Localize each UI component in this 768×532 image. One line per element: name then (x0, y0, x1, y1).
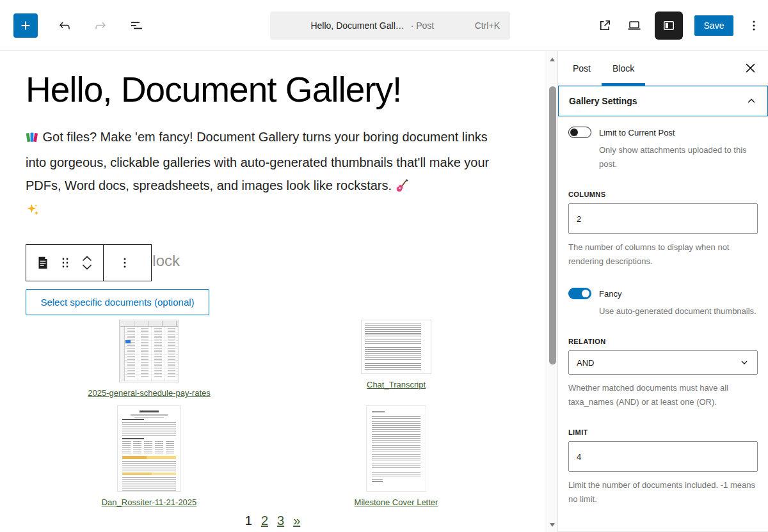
document-gallery-block: Document Gallery block (26, 244, 547, 281)
plus-icon (19, 19, 33, 33)
control-help-text: Use auto-generated document thumbnails. (599, 304, 758, 318)
fancy-toggle[interactable] (568, 288, 591, 299)
wordpress-editor: Hello, Document Gall… · Post Ctrl+K Save (0, 0, 768, 532)
document-link[interactable]: 2025-general-schedule-pay-rates (88, 388, 211, 398)
undo-icon (57, 18, 72, 33)
limit-control: LIMIT Limit the number of documents incl… (568, 428, 758, 506)
scrollbar-thumb[interactable] (549, 86, 556, 364)
block-toolbar-main-group (26, 245, 103, 281)
limit-input[interactable] (568, 441, 758, 472)
relation-selected-value: AND (577, 358, 594, 368)
block-toolbar-options-group (103, 245, 146, 281)
fancy-control: Fancy Use auto-generated document thumbn… (568, 288, 758, 318)
command-shortcut: Ctrl+K (475, 20, 500, 31)
drag-handle[interactable] (57, 248, 74, 278)
limit-current-post-control: Limit to Current Post Only show attachme… (568, 127, 758, 171)
save-button[interactable]: Save (694, 15, 733, 36)
spreadsheet-thumbnail[interactable] (119, 320, 179, 382)
sparkles-emoji (26, 203, 40, 219)
letter-date-line (372, 411, 385, 412)
topbar-right-tools: Save (596, 0, 763, 51)
block-type-button[interactable] (29, 248, 57, 278)
scrollbar-down-arrow[interactable] (550, 523, 555, 527)
columns-label: COLUMNS (568, 191, 758, 198)
close-sidebar-button[interactable] (741, 59, 759, 77)
pagination-current-page: 1 (245, 513, 252, 528)
block-inserter-button[interactable] (13, 13, 38, 38)
block-options-button[interactable] (106, 248, 143, 278)
external-link-icon (597, 18, 612, 33)
block-toolbar (26, 244, 152, 281)
books-emoji (26, 128, 39, 151)
document-gallery-grid: 2025-general-schedule-pay-rates Chat_Tra… (26, 320, 520, 507)
intro-paragraph[interactable]: Got files? Make 'em fancy! Document Gall… (26, 125, 504, 199)
gallery-settings-panel-toggle[interactable]: Gallery Settings (558, 86, 768, 116)
resume-highlight-bar (122, 473, 176, 476)
document-link[interactable]: Chat_Transcript (367, 380, 426, 389)
relation-label: RELATION (568, 338, 758, 345)
spreadsheet-selected-cell (125, 340, 131, 343)
toggle-label: Limit to Current Post (599, 128, 675, 137)
resume-thumbnail[interactable] (117, 405, 181, 492)
sidebar-panel-icon (661, 18, 676, 33)
move-down-icon (81, 263, 93, 270)
gallery-pagination: 123» (26, 513, 520, 528)
letter-thumbnail[interactable] (366, 405, 426, 492)
tab-block[interactable]: Block (602, 51, 645, 85)
spreadsheet-header-row (120, 321, 178, 327)
kebab-menu-icon (117, 255, 132, 270)
document-overview-button[interactable] (127, 17, 145, 35)
document-block-icon (35, 254, 51, 271)
control-help-text: Whether matched documents must have all … (568, 381, 758, 409)
editor-canvas: Hello, Document Gallery! Got files? Make… (0, 51, 547, 532)
topbar-left-tools (13, 13, 145, 38)
select-documents-button[interactable]: Select specific documents (optional) (26, 289, 209, 315)
scrollbar-up-arrow[interactable] (550, 58, 555, 61)
tab-post[interactable]: Post (562, 51, 602, 85)
block-mover[interactable] (74, 248, 100, 278)
control-help-text: Limit the number of documents included. … (568, 478, 758, 506)
redo-button[interactable] (92, 17, 109, 35)
relation-control: RELATION AND Whether matched documents m… (568, 338, 758, 409)
control-help-text: The number of columns to display when no… (568, 240, 758, 269)
drag-dots-icon (60, 256, 71, 270)
move-up-icon (81, 255, 93, 262)
limit-current-post-toggle[interactable] (568, 127, 591, 138)
relation-select[interactable]: AND (568, 350, 758, 375)
document-link[interactable]: Milestone Cover Letter (355, 497, 438, 507)
columns-input[interactable] (568, 203, 758, 234)
view-post-button[interactable] (596, 17, 614, 35)
pagination-page-link[interactable]: 2 (261, 513, 268, 528)
text-document-thumbnail[interactable] (361, 320, 431, 374)
columns-control: COLUMNS The number of columns to display… (568, 191, 758, 269)
list-view-icon (129, 18, 144, 33)
intro-paragraph-line2[interactable] (26, 199, 547, 223)
spreadsheet-rownum-column (120, 327, 125, 381)
close-icon (745, 63, 756, 74)
settings-sidebar: Post Block Gallery Settings Limit to Cur… (557, 51, 768, 532)
laptop-icon (626, 18, 643, 33)
kebab-menu-icon (746, 18, 762, 33)
chevron-down-icon (739, 357, 749, 368)
pagination-page-link[interactable]: 3 (277, 513, 284, 528)
preview-button[interactable] (625, 17, 643, 35)
document-command-bar[interactable]: Hello, Document Gall… · Post Ctrl+K (270, 12, 510, 40)
document-bar-title: Hello, Document Gall… (310, 20, 404, 31)
options-menu-button[interactable] (745, 17, 763, 35)
toggle-label: Fancy (599, 289, 621, 299)
resume-name-line (140, 411, 159, 412)
limit-label: LIMIT (568, 428, 758, 436)
gallery-settings-panel: Limit to Current Post Only show attachme… (558, 116, 768, 532)
chevron-up-icon (746, 95, 757, 107)
gallery-item: Chat_Transcript (361, 320, 431, 389)
pagination-next-link[interactable]: » (293, 513, 300, 528)
document-link[interactable]: Dan_Rossiter-11-21-2025 (102, 497, 197, 507)
redo-icon (93, 18, 108, 33)
settings-sidebar-toggle[interactable] (655, 12, 683, 40)
control-help-text: Only show attachments uploaded to this p… (599, 143, 758, 171)
post-title[interactable]: Hello, Document Gallery! (26, 69, 547, 110)
editor-topbar: Hello, Document Gall… · Post Ctrl+K Save (0, 0, 768, 51)
undo-button[interactable] (56, 17, 74, 35)
intro-text: Got files? Make 'em fancy! Document Gall… (26, 130, 489, 192)
panel-title: Gallery Settings (569, 96, 637, 106)
